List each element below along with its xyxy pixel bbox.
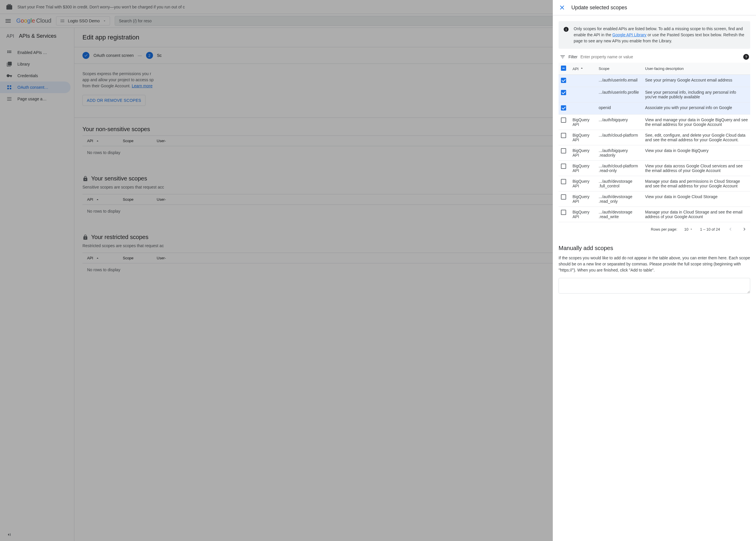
scope-row: BigQuery API .../auth/cloud-platform See… xyxy=(559,130,750,145)
scope-description: View and manage your data in Google BigQ… xyxy=(643,115,750,130)
scope-value: .../auth/userinfo.email xyxy=(596,75,643,87)
scope-api xyxy=(570,102,596,115)
scope-api: BigQuery API xyxy=(570,176,596,192)
scope-checkbox[interactable] xyxy=(561,78,566,83)
scope-checkbox[interactable] xyxy=(561,105,566,111)
scope-checkbox[interactable] xyxy=(561,90,566,95)
manual-scopes-textarea[interactable] xyxy=(559,278,750,293)
rows-per-page-select[interactable]: 10 xyxy=(684,227,693,232)
scope-row: .../auth/userinfo.profile See your perso… xyxy=(559,87,750,102)
manual-add-scopes-title: Manually add scopes xyxy=(559,245,750,252)
filter-icon xyxy=(560,54,566,60)
info-icon xyxy=(563,26,569,44)
help-icon[interactable]: ? xyxy=(743,54,749,60)
scope-value: .../auth/bigquery .readonly xyxy=(596,145,643,161)
scope-checkbox[interactable] xyxy=(561,210,566,215)
scope-row: .../auth/userinfo.email See your primary… xyxy=(559,75,750,87)
scope-description: See, edit, configure, and delete your Go… xyxy=(643,130,750,145)
scope-api: BigQuery API xyxy=(570,161,596,176)
select-all-checkbox[interactable] xyxy=(561,66,566,71)
prev-page-button[interactable] xyxy=(727,226,734,233)
th-description[interactable]: User-facing description xyxy=(643,63,750,75)
scope-description: View your data in Google BigQuery xyxy=(643,145,750,161)
scope-value: .../auth/cloud-platform .read-only xyxy=(596,161,643,176)
rows-per-page-label: Rows per page: xyxy=(651,227,677,232)
scope-checkbox[interactable] xyxy=(561,194,566,200)
close-icon[interactable] xyxy=(559,4,566,11)
next-page-button[interactable] xyxy=(741,226,748,233)
th-api[interactable]: API xyxy=(570,63,596,75)
update-scopes-panel: Update selected scopes Only scopes for e… xyxy=(553,0,756,541)
scope-value: .../auth/userinfo.profile xyxy=(596,87,643,102)
scope-description: See your primary Google Account email ad… xyxy=(643,75,750,87)
th-scope[interactable]: Scope xyxy=(596,63,643,75)
scope-checkbox[interactable] xyxy=(561,179,566,184)
scope-api: BigQuery API xyxy=(570,130,596,145)
google-api-library-link[interactable]: Google API Library xyxy=(612,33,647,37)
scope-value: .../auth/cloud-platform xyxy=(596,130,643,145)
scope-row: BigQuery API .../auth/bigquery View and … xyxy=(559,115,750,130)
scope-api: BigQuery API xyxy=(570,192,596,207)
scope-checkbox[interactable] xyxy=(561,164,566,169)
scope-description: View your data in Google Cloud Storage xyxy=(643,192,750,207)
scope-description: Manage your data in Cloud Storage and se… xyxy=(643,207,750,222)
scope-api: BigQuery API xyxy=(570,115,596,130)
scope-value: openid xyxy=(596,102,643,115)
scope-checkbox[interactable] xyxy=(561,148,566,154)
scope-value: .../auth/devstorage .full_control xyxy=(596,176,643,192)
manual-add-scopes-text: If the scopes you would like to add do n… xyxy=(559,255,750,273)
pagination: Rows per page: 10 1 – 10 of 24 xyxy=(559,222,750,236)
scope-row: BigQuery API .../auth/cloud-platform .re… xyxy=(559,161,750,176)
scope-value: .../auth/bigquery xyxy=(596,115,643,130)
scope-row: openid Associate you with your personal … xyxy=(559,102,750,115)
panel-title: Update selected scopes xyxy=(571,5,627,11)
scope-api: BigQuery API xyxy=(570,145,596,161)
scope-value: .../auth/devstorage .read_write xyxy=(596,207,643,222)
scopes-table: API Scope User-facing description .../au… xyxy=(559,63,750,222)
info-card: Only scopes for enabled APIs are listed … xyxy=(559,21,750,49)
scope-api xyxy=(570,75,596,87)
scope-row: BigQuery API .../auth/devstorage .full_c… xyxy=(559,176,750,192)
scope-description: Manage your data and permissions in Clou… xyxy=(643,176,750,192)
scope-checkbox[interactable] xyxy=(561,133,566,138)
scope-value: .../auth/devstorage .read_only xyxy=(596,192,643,207)
filter-input[interactable] xyxy=(580,55,740,59)
scope-description: Associate you with your personal info on… xyxy=(643,102,750,115)
scope-api: BigQuery API xyxy=(570,207,596,222)
filter-label: Filter xyxy=(568,55,577,59)
scope-row: BigQuery API .../auth/devstorage .read_w… xyxy=(559,207,750,222)
scope-row: BigQuery API .../auth/bigquery .readonly… xyxy=(559,145,750,161)
page-range: 1 – 10 of 24 xyxy=(700,227,720,232)
scope-row: BigQuery API .../auth/devstorage .read_o… xyxy=(559,192,750,207)
scope-description: View your data across Google Cloud servi… xyxy=(643,161,750,176)
scope-api xyxy=(570,87,596,102)
scope-description: See your personal info, including any pe… xyxy=(643,87,750,102)
scope-checkbox[interactable] xyxy=(561,118,566,123)
sort-arrow-icon xyxy=(580,66,584,70)
